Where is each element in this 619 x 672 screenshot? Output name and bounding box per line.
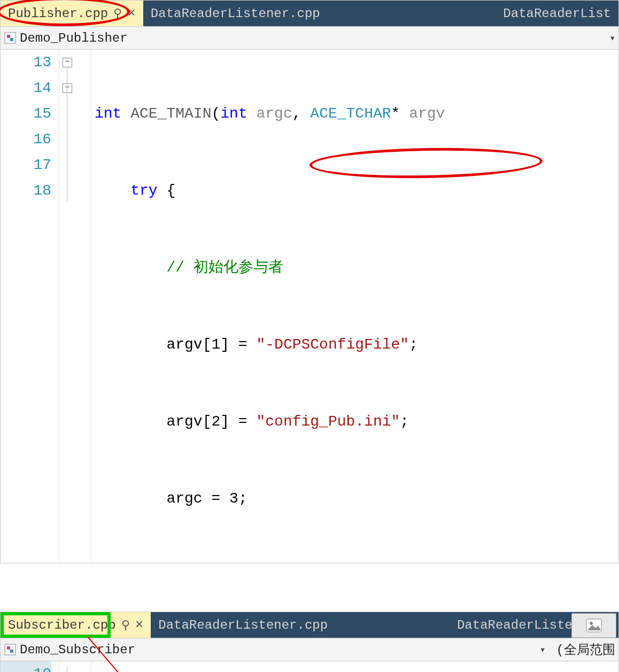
code-area[interactable]: 10 11 12 13 14 15 16 17 18 19 20 21 − − … — [1, 661, 618, 672]
svg-rect-6 — [7, 646, 10, 650]
code-content[interactable]: int ACE_TMAIN(int argc, ACE_TCHAR* argv … — [91, 50, 618, 563]
tab-label: Publisher.cpp — [8, 6, 108, 21]
svg-rect-7 — [10, 650, 13, 653]
line-number: 17 — [1, 152, 51, 178]
pin-icon[interactable]: ⚲ — [113, 6, 122, 21]
line-number: 15 — [1, 101, 51, 127]
pin-icon[interactable]: ⚲ — [121, 618, 130, 632]
fold-toggle-icon[interactable]: − — [63, 83, 72, 93]
svg-rect-1 — [7, 35, 10, 38]
fold-column: − − — [59, 661, 91, 672]
tab-label: Subscriber.cpp — [8, 618, 116, 632]
image-overlay-icon[interactable] — [571, 613, 616, 638]
svg-point-4 — [590, 622, 593, 625]
tab-bar: Subscriber.cpp ⚲ × DataReaderListener.cp… — [1, 612, 618, 638]
tab-datareaderlistener-cpp[interactable]: DataReaderListener.cpp — [143, 1, 328, 26]
scope-icon — [4, 643, 17, 656]
line-number: 10 — [1, 661, 51, 672]
fold-toggle-icon[interactable]: − — [63, 58, 72, 67]
subscriber-editor-pane: Subscriber.cpp ⚲ × DataReaderListener.cp… — [0, 612, 619, 672]
tab-datareaderlist[interactable]: DataReaderList — [496, 1, 618, 26]
line-number: 16 — [1, 127, 51, 152]
chevron-down-icon[interactable]: ▾ — [609, 32, 615, 44]
scope-bar[interactable]: Demo_Publisher ▾ — [1, 26, 618, 50]
scope-label: Demo_Publisher — [20, 31, 128, 45]
close-icon[interactable]: × — [135, 617, 144, 633]
code-content[interactable]: #include "DataReaderListener.h" using na… — [91, 661, 618, 672]
scope-bar[interactable]: Demo_Subscriber ▾ (全局范围 — [1, 638, 618, 661]
tab-datareaderlistener-cpp[interactable]: DataReaderListener.cpp — [151, 612, 335, 638]
line-number: 13 — [1, 50, 51, 75]
code-area[interactable]: 13 14 15 16 17 18 − − int ACE_TMAIN(int … — [1, 50, 618, 563]
gutter: 13 14 15 16 17 18 — [1, 50, 59, 563]
scope-extra-label: (全局范围 — [556, 641, 615, 658]
tab-label: DataReaderListener.cpp — [151, 6, 320, 21]
line-number: 18 — [1, 178, 51, 204]
chevron-down-icon[interactable]: ▾ — [540, 644, 546, 655]
tab-label: DataReaderListener.cpp — [158, 618, 328, 632]
line-number: 14 — [1, 75, 51, 101]
tab-subscriber-cpp[interactable]: Subscriber.cpp ⚲ × — [1, 612, 151, 638]
tab-label: DataReaderList — [503, 6, 611, 21]
tab-bar: Publisher.cpp ⚲ × DataReaderListener.cpp… — [1, 1, 618, 26]
scope-label: Demo_Subscriber — [20, 643, 135, 657]
scope-icon — [4, 32, 17, 44]
gutter: 10 11 12 13 14 15 16 17 18 19 20 21 — [1, 661, 59, 672]
tab-publisher-cpp[interactable]: Publisher.cpp ⚲ × — [1, 1, 143, 26]
publisher-editor-pane: Publisher.cpp ⚲ × DataReaderListener.cpp… — [0, 0, 619, 563]
fold-column: − − — [59, 50, 91, 563]
close-icon[interactable]: × — [127, 5, 136, 21]
svg-rect-2 — [10, 38, 13, 41]
